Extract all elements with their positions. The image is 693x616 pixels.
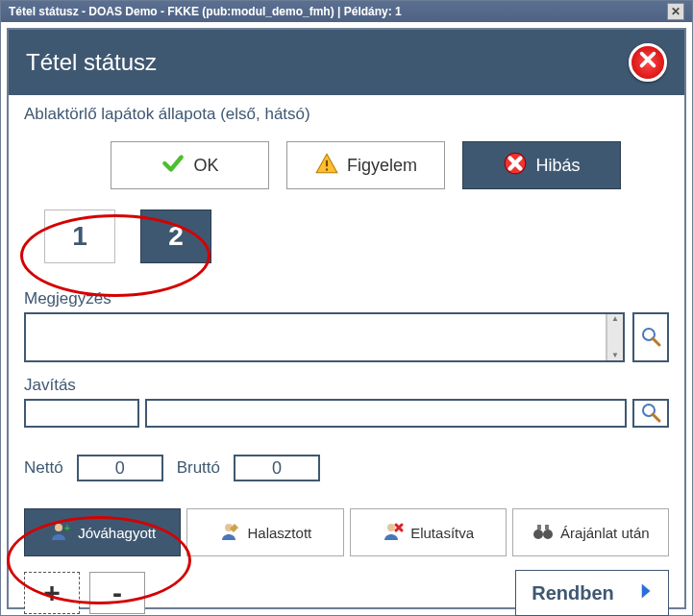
svg-point-10 [387, 524, 395, 531]
search-icon [639, 325, 662, 351]
arrow-right-icon [624, 577, 653, 610]
javitas-text-input[interactable] [145, 399, 627, 428]
megjegyzes-row: ▲▼ [24, 312, 669, 362]
bottom-row: + - Rendben [24, 570, 669, 616]
netto-label: Nettó [24, 458, 63, 478]
panel-close-button[interactable] [629, 43, 667, 82]
tab-afterquote[interactable]: Árajánlat után [512, 508, 669, 556]
binoculars-icon [532, 520, 555, 546]
megjegyzes-search-button[interactable] [632, 312, 669, 362]
svg-point-7 [55, 524, 62, 531]
window: Tétel státusz - DOAS Demo - FKKE (pub:mo… [0, 0, 693, 616]
javitas-code-input[interactable] [24, 399, 139, 428]
person-x-icon [382, 520, 405, 546]
svg-rect-0 [326, 160, 328, 166]
status-err-button[interactable]: Hibás [462, 141, 621, 189]
status-warn-button[interactable]: Figyelem [286, 141, 445, 189]
brutto-label: Bruttó [177, 458, 220, 478]
status-ok-label: OK [193, 156, 218, 176]
tab-deferred[interactable]: Halasztott [186, 508, 343, 556]
svg-rect-13 [537, 525, 541, 530]
close-icon [637, 49, 658, 76]
titlebar: Tétel státusz - DOAS Demo - FKKE (pub:mo… [1, 1, 692, 22]
person-edit-icon [219, 520, 242, 546]
javitas-row [24, 399, 669, 428]
javitas-search-button[interactable] [632, 399, 669, 428]
javitas-label: Javítás [24, 376, 669, 395]
svg-line-4 [653, 338, 659, 345]
panel: Tétel státusz Ablaktörlő lapátok állapot… [7, 28, 686, 609]
panel-body: Ablaktörlő lapátok állapota (első, hátsó… [9, 95, 684, 616]
brutto-input[interactable] [234, 455, 320, 481]
number-row: 1 2 [45, 210, 669, 262]
status-row: OK Figyelem Hibás [111, 141, 669, 189]
number-two-button[interactable]: 2 [141, 210, 210, 262]
scrollbar[interactable]: ▲▼ [606, 314, 623, 360]
plus-label: + [43, 577, 61, 609]
svg-point-12 [543, 530, 553, 539]
netto-input[interactable] [77, 455, 163, 481]
number-two-label: 2 [168, 221, 184, 252]
panel-header: Tétel státusz [9, 30, 684, 95]
minus-button[interactable]: - [89, 572, 145, 614]
tab-approved-label: Jóváhagyott [78, 525, 156, 541]
subtitle: Ablaktörlő lapátok állapota (első, hátsó… [24, 105, 669, 124]
svg-rect-14 [545, 525, 549, 530]
svg-line-6 [653, 414, 659, 421]
rendben-button[interactable]: Rendben [515, 570, 669, 616]
svg-point-11 [533, 530, 543, 539]
tab-rejected-label: Elutasítva [410, 525, 474, 541]
tab-approved[interactable]: + Jóváhagyott [24, 508, 181, 556]
minus-label: - [112, 577, 122, 609]
person-plus-icon: + [49, 520, 72, 546]
warning-icon [314, 151, 339, 181]
money-row: Nettó Bruttó [24, 455, 669, 481]
status-err-label: Hibás [535, 156, 580, 176]
tab-deferred-label: Halasztott [248, 525, 312, 541]
action-tab-row: + Jóváhagyott Halasztott [24, 508, 669, 556]
number-one-label: 1 [72, 221, 87, 252]
client-area: Tétel státusz Ablaktörlő lapátok állapot… [1, 22, 692, 615]
window-title: Tétel státusz - DOAS Demo - FKKE (pub:mo… [9, 5, 402, 18]
megjegyzes-label: Megjegyzés [24, 289, 669, 308]
status-warn-label: Figyelem [347, 156, 417, 176]
svg-text:+: + [64, 523, 70, 533]
tab-rejected[interactable]: Elutasítva [350, 508, 507, 556]
megjegyzes-input[interactable] [26, 314, 606, 360]
panel-title: Tétel státusz [26, 49, 157, 76]
error-icon [503, 151, 528, 181]
svg-rect-1 [326, 168, 328, 170]
rendben-label: Rendben [532, 582, 614, 604]
check-icon [161, 151, 186, 181]
tab-afterquote-label: Árajánlat után [560, 525, 650, 541]
megjegyzes-box: ▲▼ [24, 312, 625, 362]
plus-button[interactable]: + [24, 572, 80, 614]
window-close-button[interactable]: ✕ [667, 3, 684, 20]
number-one-button[interactable]: 1 [45, 210, 114, 262]
status-ok-button[interactable]: OK [111, 141, 269, 189]
search-icon [639, 401, 662, 427]
